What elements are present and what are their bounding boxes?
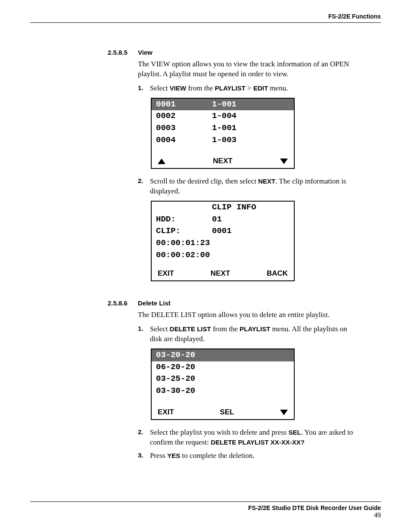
track-id: 1-004: [212, 111, 290, 122]
step-2: 2. Select the playlist you wish to delet…: [138, 428, 355, 448]
step-1: 1. Select VIEW from the PLAYLIST > EDIT …: [138, 84, 355, 93]
screen-footer: NEXT: [152, 156, 294, 168]
screen-row: 00:00:02:00: [152, 249, 294, 261]
text: >: [246, 84, 253, 92]
timecode: 00:00:02:00: [156, 250, 210, 261]
track-index: 0002: [156, 111, 212, 122]
section-title: Delete List: [138, 299, 171, 307]
down-arrow-icon: [280, 410, 288, 415]
section-heading-delete-list: 2.5.8.6 Delete List: [30, 299, 381, 307]
page-footer: FS-2/2E Studio DTE Disk Recorder User Gu…: [30, 501, 381, 519]
step-text: Scroll to the desired clip, then select …: [150, 177, 355, 196]
section-heading-view: 2.5.8.5 View: [30, 49, 381, 56]
lcd-screen-playlists: 03-20-20 06-20-20 03-25-20 03-30-20 EXIT…: [151, 348, 295, 420]
softkey-exit: EXIT: [158, 408, 174, 417]
track-id: 1-003: [212, 135, 290, 146]
playlist-name: 06-20-20: [156, 362, 195, 373]
footer-title: FS-2/2E Studio DTE Disk Recorder User Gu…: [30, 504, 381, 511]
down-arrow-icon: [280, 159, 288, 164]
step-number: 3.: [138, 451, 150, 461]
lcd-screen-tracklist: 0001 1-001 0002 1-004 0003 1-001 0004 1-…: [151, 98, 295, 169]
step-text: Select the playlist you wish to delete a…: [150, 428, 355, 448]
field-label: CLIP:: [156, 226, 212, 237]
track-id: 1-001: [212, 99, 290, 110]
track-index: 0004: [156, 135, 212, 146]
screen-row: HDD: 01: [152, 214, 294, 226]
screen-title-row: CLIP INFO: [152, 202, 294, 214]
screen-footer: EXIT SEL: [152, 407, 294, 419]
footer-rule: [30, 501, 381, 502]
track-index: 0001: [156, 99, 212, 110]
field-value: 0001: [212, 226, 290, 237]
playlist-name: 03-20-20: [156, 350, 195, 361]
screen-row: 03-25-20: [152, 373, 294, 385]
screen-footer: EXIT NEXT BACK: [152, 268, 294, 280]
text: Select the playlist you wish to delete a…: [150, 428, 289, 436]
step-text: Press YES to complete the deletion.: [150, 451, 254, 461]
menu-label: PLAYLIST: [215, 84, 246, 92]
playlist-name: 03-25-20: [156, 373, 195, 385]
text: to complete the deletion.: [180, 451, 254, 460]
menu-label: DELETE LIST: [170, 325, 211, 333]
field-value: 01: [212, 214, 290, 225]
playlist-name: 03-30-20: [156, 386, 195, 397]
section-title: View: [138, 49, 153, 56]
step-3: 3. Press YES to complete the deletion.: [138, 451, 355, 461]
track-index: 0003: [156, 123, 212, 134]
page-header: FS-2/2E Functions: [30, 13, 381, 22]
softkey-back: BACK: [267, 269, 288, 279]
screen-row: 00:00:01:23: [152, 237, 294, 249]
text: Select: [150, 84, 170, 92]
screen-row-selected: 0001 1-001: [152, 99, 294, 111]
section-intro: The DELETE LIST option allows you to del…: [138, 310, 355, 320]
lcd-screen-clipinfo: CLIP INFO HDD: 01 CLIP: 0001 00:00:01:23…: [151, 201, 295, 281]
screen-row: CLIP: 0001: [152, 225, 294, 237]
text: menu.: [268, 84, 288, 92]
text: from the: [211, 325, 240, 333]
step-text: Select DELETE LIST from the PLAYLIST men…: [150, 324, 355, 344]
step-number: 2.: [138, 177, 150, 196]
screen-row: 03-30-20: [152, 385, 294, 397]
section-number: 2.5.8.6: [108, 299, 138, 307]
screen-row: 06-20-20: [152, 361, 294, 373]
text: Scroll to the desired clip, then select: [150, 177, 258, 185]
section-number: 2.5.8.5: [108, 49, 138, 56]
header-rule: [30, 22, 381, 23]
text: Press: [150, 451, 167, 460]
screen-row-selected: 03-20-20: [152, 349, 294, 361]
text: from the: [186, 84, 215, 92]
field-label: HDD:: [156, 214, 212, 225]
step-number: 1.: [138, 84, 150, 93]
softkey-next: NEXT: [213, 156, 232, 166]
menu-label: VIEW: [170, 84, 186, 92]
menu-label: EDIT: [253, 84, 268, 92]
button-label: NEXT: [258, 177, 275, 185]
step-number: 2.: [138, 428, 150, 448]
up-arrow-icon: [158, 159, 165, 164]
softkey-sel: SEL: [220, 408, 234, 417]
track-id: 1-001: [212, 123, 290, 134]
step-number: 1.: [138, 324, 150, 344]
softkey-exit: EXIT: [158, 269, 174, 279]
step-text: Select VIEW from the PLAYLIST > EDIT men…: [150, 84, 288, 93]
step-1: 1. Select DELETE LIST from the PLAYLIST …: [138, 324, 355, 344]
timecode: 00:00:01:23: [156, 238, 210, 249]
step-2: 2. Scroll to the desired clip, then sele…: [138, 177, 355, 196]
page-number: 49: [30, 511, 381, 519]
menu-label: PLAYLIST: [240, 325, 270, 333]
text: Select: [150, 325, 170, 333]
screen-row: 0004 1-003: [152, 134, 294, 146]
screen-row: 0002 1-004: [152, 110, 294, 122]
button-label: YES: [167, 452, 180, 459]
screen-title: CLIP INFO: [212, 202, 290, 213]
screen-row: 0003 1-001: [152, 122, 294, 134]
section-intro: The VIEW option allows you to view the t…: [138, 59, 355, 79]
prompt-text: DELETE PLAYLIST XX-XX-XX?: [211, 439, 305, 446]
softkey-next: NEXT: [211, 269, 230, 279]
button-label: SEL: [289, 429, 301, 436]
